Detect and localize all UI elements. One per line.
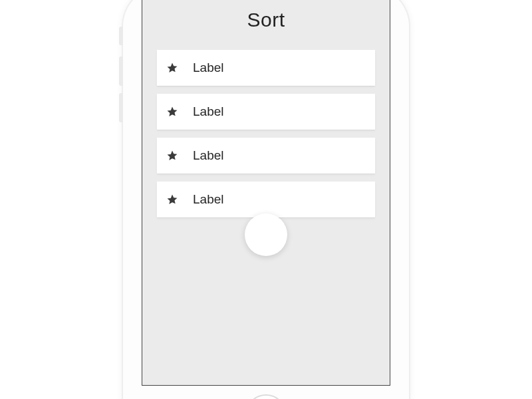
list-item[interactable]: Label bbox=[157, 138, 375, 174]
touch-indicator bbox=[245, 213, 287, 256]
screen: Sort Label Label Label bbox=[142, 0, 390, 386]
phone-frame: Sort Label Label Label bbox=[123, 0, 409, 399]
page-title: Sort bbox=[142, 0, 390, 50]
list-item[interactable]: Label bbox=[157, 94, 375, 130]
list-item[interactable]: Label bbox=[157, 182, 375, 217]
star-icon bbox=[166, 150, 178, 162]
home-button[interactable] bbox=[245, 394, 287, 399]
list-item-label: Label bbox=[193, 148, 224, 163]
list-item[interactable]: Label bbox=[157, 50, 375, 86]
list-item-label: Label bbox=[193, 104, 224, 119]
mute-switch bbox=[119, 27, 123, 45]
volume-up-button bbox=[119, 57, 123, 86]
list-item-label: Label bbox=[193, 192, 224, 207]
star-icon bbox=[166, 194, 178, 205]
sort-list: Label Label Label Label bbox=[142, 50, 390, 217]
volume-down-button bbox=[119, 93, 123, 122]
star-icon bbox=[166, 106, 178, 118]
list-item-label: Label bbox=[193, 61, 224, 75]
star-icon bbox=[166, 62, 178, 74]
